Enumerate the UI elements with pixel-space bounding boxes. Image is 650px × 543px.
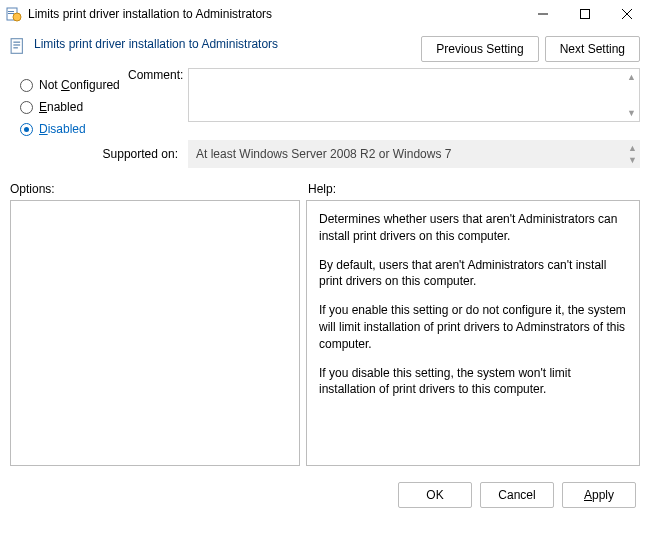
- policy-header-icon: [10, 37, 28, 55]
- radio-enabled[interactable]: Enabled: [20, 96, 128, 118]
- maximize-button[interactable]: [564, 0, 606, 28]
- window-title: Limits print driver installation to Admi…: [28, 7, 522, 21]
- help-text-4: If you disable this setting, the system …: [319, 365, 627, 399]
- svg-rect-2: [8, 13, 14, 14]
- options-pane: [10, 200, 300, 466]
- cancel-button[interactable]: Cancel: [480, 482, 554, 508]
- apply-button[interactable]: Apply: [562, 482, 636, 508]
- svg-rect-9: [13, 42, 20, 43]
- panes: Determines whether users that aren't Adm…: [0, 200, 650, 472]
- dialog-buttons: OK Cancel Apply: [0, 472, 650, 518]
- svg-point-3: [13, 13, 21, 21]
- help-text-2: By default, users that aren't Administra…: [319, 257, 627, 291]
- help-text-3: If you enable this setting or do not con…: [319, 302, 627, 352]
- comment-textarea[interactable]: ▲ ▼: [188, 68, 640, 122]
- supported-on-field: At least Windows Server 2008 R2 or Windo…: [188, 140, 640, 168]
- help-label: Help:: [308, 182, 336, 196]
- radio-not-configured[interactable]: Not Configured: [20, 74, 128, 96]
- apply-label-rest: pply: [592, 488, 614, 502]
- close-button[interactable]: [606, 0, 648, 28]
- comment-label: Comment:: [128, 68, 182, 128]
- svg-rect-5: [581, 10, 590, 19]
- policy-header: Limits print driver installation to Admi…: [0, 28, 650, 68]
- radio-disabled[interactable]: Disabled: [20, 118, 128, 140]
- minimize-button[interactable]: [522, 0, 564, 28]
- supported-label: Supported on:: [10, 147, 188, 161]
- svg-rect-10: [13, 44, 20, 45]
- policy-icon: [6, 6, 22, 22]
- svg-rect-8: [11, 39, 22, 54]
- comment-row: Not Configured Enabled Disabled Comment:…: [0, 68, 650, 140]
- options-label: Options:: [10, 182, 296, 196]
- ok-button[interactable]: OK: [398, 482, 472, 508]
- supported-row: Supported on: At least Windows Server 20…: [0, 140, 650, 168]
- help-pane: Determines whether users that aren't Adm…: [306, 200, 640, 466]
- titlebar: Limits print driver installation to Admi…: [0, 0, 650, 28]
- policy-title: Limits print driver installation to Admi…: [34, 36, 344, 51]
- supported-on-value: At least Windows Server 2008 R2 or Windo…: [196, 147, 451, 161]
- previous-setting-button[interactable]: Previous Setting: [421, 36, 538, 62]
- scroll-down-icon: ▼: [627, 108, 636, 118]
- help-text-1: Determines whether users that aren't Adm…: [319, 211, 627, 245]
- scroll-up-icon: ▲: [628, 143, 637, 153]
- svg-rect-1: [8, 11, 14, 12]
- svg-rect-11: [13, 47, 18, 48]
- pane-labels: Options: Help:: [0, 168, 650, 200]
- scroll-up-icon: ▲: [627, 72, 636, 82]
- scroll-down-icon: ▼: [628, 155, 637, 165]
- next-setting-button[interactable]: Next Setting: [545, 36, 640, 62]
